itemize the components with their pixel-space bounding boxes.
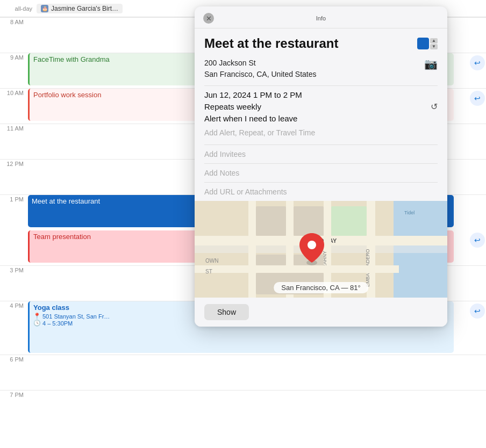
info-popup: ✕ Info Meet at the restaurant ▲ ▼ 200 Ja… [195, 6, 447, 327]
add-notes-section[interactable]: Add Notes [204, 163, 438, 182]
divider-1 [204, 85, 438, 86]
allday-event-text: Jasmine Garcia's Birt… [51, 5, 118, 12]
repeat-row: Repeats weekly ↺ [204, 102, 438, 112]
add-notes-text: Add Notes [204, 169, 239, 177]
facetime-event-text: FaceTime with Grandma [33, 55, 110, 63]
alert-row: Alert when I need to leave [204, 114, 438, 123]
add-url-section[interactable]: Add URL or Attachments [204, 182, 438, 201]
time-label-11am: 11 AM [0, 124, 28, 132]
time-row-6pm: 6 PM [0, 355, 486, 390]
svg-rect-5 [248, 201, 256, 298]
show-button[interactable]: Show [204, 304, 249, 320]
add-url-text: Add URL or Attachments [204, 187, 287, 196]
svg-rect-11 [195, 265, 399, 273]
event-title-row: Meet at the restaurant ▲ ▼ [204, 36, 438, 51]
svg-rect-14 [331, 206, 367, 236]
popup-map[interactable]: BROADWAY KEARNY EMBARCADERO [195, 201, 447, 298]
popup-body: Meet at the restaurant ▲ ▼ 200 Jackson S… [195, 28, 447, 201]
time-label-6pm: 6 PM [0, 355, 28, 363]
add-invitees-section[interactable]: Add Invitees [204, 144, 438, 163]
svg-rect-12 [256, 206, 286, 236]
color-swatch[interactable] [417, 38, 429, 49]
svg-text:Tidel: Tidel [404, 210, 414, 215]
time-label-10am: 10 AM [0, 89, 28, 96]
time-label-8am: 8 AM [0, 18, 28, 25]
show-button-row: Show [195, 298, 447, 327]
popup-header-title: Info [214, 15, 428, 21]
svg-text:OWN: OWN [205, 258, 218, 264]
facetime-action-btn[interactable]: ↩ [470, 55, 485, 70]
time-label-9am: 9 AM [0, 53, 28, 61]
time-label-4pm: 4 PM [0, 301, 28, 309]
repeat-icon: ↺ [431, 102, 438, 112]
birthday-icon: 🎂 [41, 5, 48, 12]
location-row: 200 Jackson St San Francisco, CA, United… [204, 57, 438, 80]
stepper-down[interactable]: ▼ [430, 44, 438, 49]
address-line1: 200 Jackson St [204, 57, 317, 69]
portfolio-event-text: Portfolio work session [33, 91, 101, 99]
map-inner: BROADWAY KEARNY EMBARCADERO [195, 201, 447, 298]
portfolio-action-btn[interactable]: ↩ [470, 91, 485, 106]
map-caption: San Francisco, CA — 81° [274, 282, 368, 293]
time-label-12pm: 12 PM [0, 160, 28, 167]
close-icon: ✕ [206, 15, 212, 23]
svg-point-22 [308, 241, 316, 249]
team-action-btn[interactable]: ↩ [470, 233, 485, 248]
popup-location: 200 Jackson St San Francisco, CA, United… [204, 57, 317, 80]
repeat-text: Repeats weekly [204, 102, 261, 111]
allday-label: all-day [4, 5, 32, 12]
address-line2: San Francisco, CA, United States [204, 69, 317, 80]
video-icon[interactable]: 📷 [424, 57, 438, 70]
time-label-3pm: 3 PM [0, 266, 28, 273]
time-label-7pm: 7 PM [0, 391, 28, 398]
time-content-7pm [28, 391, 486, 425]
svg-rect-15 [256, 255, 286, 265]
clock-icon: 🕓 [33, 320, 41, 327]
location-pin-icon: 📍 [33, 313, 41, 320]
time-label-1pm: 1 PM [0, 195, 28, 203]
time-row-7pm: 7 PM [0, 390, 486, 425]
color-stepper[interactable]: ▲ ▼ [430, 38, 438, 49]
time-content-6pm [28, 355, 486, 390]
svg-rect-13 [294, 206, 324, 236]
yoga-action-btn[interactable]: ↩ [470, 304, 485, 319]
meet-event-text: Meet at the restaurant [32, 197, 100, 205]
color-picker[interactable]: ▲ ▼ [417, 38, 438, 49]
team-event-text: Team presentation [33, 233, 91, 241]
date-time-row: Jun 12, 2024 1 PM to 2 PM [204, 90, 438, 99]
allday-event[interactable]: 🎂 Jasmine Garcia's Birt… [37, 4, 123, 13]
svg-text:ST: ST [205, 269, 212, 274]
add-alert-row[interactable]: Add Alert, Repeat, or Travel Time [204, 125, 438, 140]
popup-event-title: Meet at the restaurant [204, 36, 338, 51]
add-invitees-text: Add Invitees [204, 150, 246, 158]
stepper-up[interactable]: ▲ [430, 38, 438, 44]
close-button[interactable]: ✕ [203, 13, 214, 24]
popup-header: ✕ Info [195, 6, 447, 28]
